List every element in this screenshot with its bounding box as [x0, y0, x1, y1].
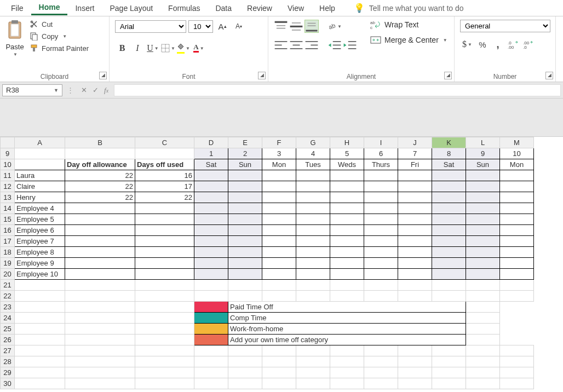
cell[interactable] [296, 345, 330, 356]
day-cell[interactable] [296, 192, 330, 203]
row-header-17[interactable]: 17 [1, 236, 15, 247]
day-cell[interactable] [228, 236, 262, 247]
row-header-18[interactable]: 18 [1, 247, 15, 258]
day-cell[interactable] [500, 247, 534, 258]
row-header-11[interactable]: 11 [1, 170, 15, 181]
date-header[interactable]: 10 [500, 148, 534, 159]
day-cell[interactable] [262, 214, 296, 225]
row-header-14[interactable]: 14 [1, 203, 15, 214]
day-cell[interactable] [364, 203, 398, 214]
allowance-cell[interactable] [65, 225, 135, 236]
day-cell[interactable] [500, 225, 534, 236]
day-cell[interactable] [194, 170, 228, 181]
day-cell[interactable] [330, 269, 364, 280]
cell[interactable] [15, 345, 65, 356]
increase-decimal-button[interactable]: .0.00 [506, 38, 520, 51]
decrease-font-button[interactable]: A▾ [232, 20, 246, 33]
cell[interactable] [500, 378, 534, 389]
day-cell[interactable] [262, 192, 296, 203]
date-header[interactable]: 9 [466, 148, 500, 159]
day-header[interactable]: Sun [228, 159, 262, 170]
cell[interactable] [296, 378, 330, 389]
day-cell[interactable] [466, 225, 500, 236]
cell[interactable] [500, 291, 534, 302]
cell[interactable] [262, 291, 296, 302]
legend-color[interactable] [194, 335, 228, 345]
day-header[interactable]: Thurs [364, 159, 398, 170]
row-header-13[interactable]: 13 [1, 192, 15, 203]
day-cell[interactable] [262, 170, 296, 181]
day-header[interactable]: Weds [330, 159, 364, 170]
cell[interactable] [330, 378, 364, 389]
cell[interactable] [432, 378, 466, 389]
cell[interactable] [466, 291, 500, 302]
cell[interactable] [15, 291, 65, 302]
used-cell[interactable] [135, 225, 194, 236]
cell[interactable] [466, 313, 500, 324]
day-cell[interactable] [330, 170, 364, 181]
row-header-27[interactable]: 27 [1, 345, 15, 356]
cell[interactable] [466, 367, 500, 378]
cell[interactable] [466, 324, 500, 335]
day-cell[interactable] [364, 225, 398, 236]
day-cell[interactable] [364, 236, 398, 247]
column-header-G[interactable]: G [296, 137, 330, 148]
day-cell[interactable] [194, 247, 228, 258]
day-cell[interactable] [228, 247, 262, 258]
cancel-formula-button[interactable]: ✕ [81, 86, 87, 95]
name-box[interactable]: R38 ▼ [2, 84, 62, 96]
cell[interactable] [65, 302, 135, 313]
cell[interactable] [500, 356, 534, 367]
day-header[interactable]: Fri [398, 159, 432, 170]
column-header-M[interactable]: M [500, 137, 534, 148]
cell[interactable] [364, 356, 398, 367]
day-cell[interactable] [330, 225, 364, 236]
cell[interactable] [466, 345, 500, 356]
cell[interactable] [135, 335, 194, 345]
legend-label[interactable]: Comp Time [228, 313, 466, 324]
cell[interactable] [228, 367, 262, 378]
allowance-cell[interactable] [65, 236, 135, 247]
column-header-C[interactable]: C [135, 137, 194, 148]
cell[interactable] [364, 291, 398, 302]
day-cell[interactable] [466, 170, 500, 181]
cell[interactable] [135, 356, 194, 367]
legend-label[interactable]: Add your own time off category [228, 335, 466, 345]
cell[interactable] [262, 345, 296, 356]
cell[interactable] [135, 324, 194, 335]
day-cell[interactable] [398, 258, 432, 269]
font-color-button[interactable]: A ▼ [192, 42, 206, 55]
day-cell[interactable] [364, 247, 398, 258]
column-header-K[interactable]: K [432, 137, 466, 148]
day-cell[interactable] [466, 214, 500, 225]
used-cell[interactable] [135, 258, 194, 269]
day-header[interactable]: Mon [262, 159, 296, 170]
day-cell[interactable] [262, 181, 296, 192]
menu-item-file[interactable]: File [3, 2, 31, 15]
day-cell[interactable] [296, 203, 330, 214]
bold-button[interactable]: B [115, 42, 129, 55]
copy-button[interactable]: Copy ▼ [30, 32, 89, 41]
cell[interactable] [15, 324, 65, 335]
day-cell[interactable] [500, 269, 534, 280]
cell[interactable] [65, 324, 135, 335]
increase-font-button[interactable]: A▴ [215, 20, 229, 33]
menu-item-formulas[interactable]: Formulas [160, 2, 208, 15]
employee-name[interactable]: Employee 6 [15, 225, 65, 236]
row-header-24[interactable]: 24 [1, 313, 15, 324]
orientation-button[interactable]: ab▼ [328, 20, 342, 33]
menu-item-view[interactable]: View [280, 2, 312, 15]
day-cell[interactable] [432, 225, 466, 236]
cell[interactable] [228, 280, 262, 291]
allowance-cell[interactable] [65, 269, 135, 280]
row-header-25[interactable]: 25 [1, 324, 15, 335]
cell[interactable] [15, 367, 65, 378]
day-cell[interactable] [296, 269, 330, 280]
day-cell[interactable] [398, 225, 432, 236]
cell[interactable] [228, 345, 262, 356]
cell[interactable] [65, 280, 135, 291]
day-cell[interactable] [262, 225, 296, 236]
date-header[interactable]: 4 [296, 148, 330, 159]
decrease-decimal-button[interactable]: .00.0 [521, 38, 536, 51]
day-cell[interactable] [228, 269, 262, 280]
